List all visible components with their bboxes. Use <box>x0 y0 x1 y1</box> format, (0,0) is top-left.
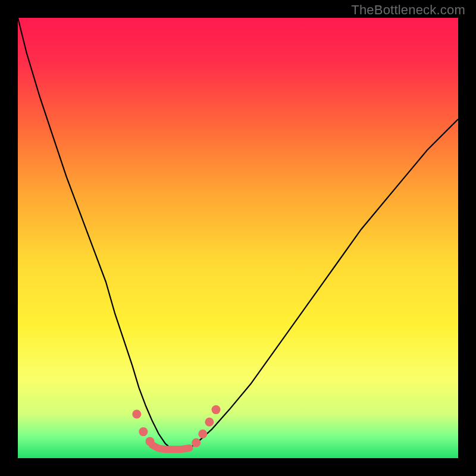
watermark-text: TheBottleneck.com <box>351 2 465 18</box>
marker-dot <box>198 430 207 439</box>
marker-dot <box>132 410 141 419</box>
marker-dot <box>146 437 155 446</box>
chart-background <box>18 18 458 458</box>
outer-frame: TheBottleneck.com <box>0 0 476 476</box>
marker-dot <box>205 418 214 427</box>
bottleneck-chart <box>18 18 458 458</box>
marker-dot <box>139 427 148 436</box>
marker-dot <box>212 405 221 414</box>
marker-dot <box>192 439 201 447</box>
